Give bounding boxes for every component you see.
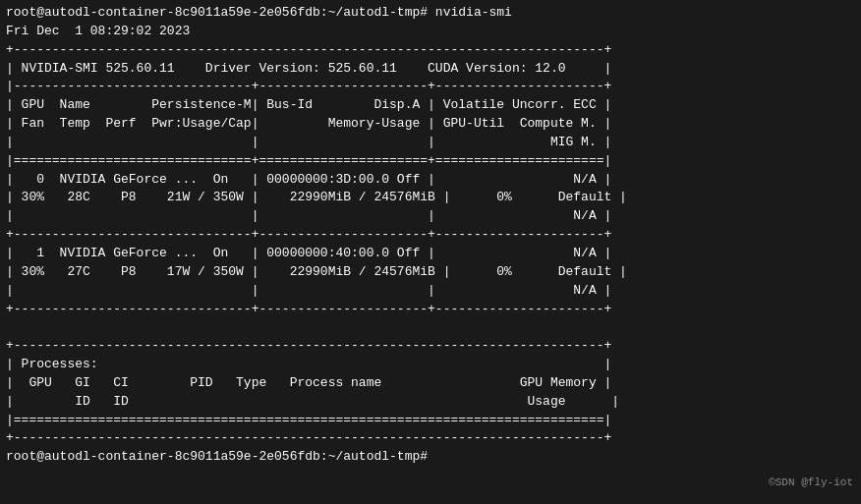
terminal-window: root@autodl-container-8c9011a59e-2e056fd… [0, 0, 861, 504]
terminal-line: +---------------------------------------… [6, 429, 855, 448]
terminal-line: | 30% 28C P8 21W / 350W | 22990MiB / 245… [6, 189, 855, 207]
terminal-line: |-------------------------------+-------… [6, 78, 855, 96]
watermark: ©SDN @fly-iot [769, 476, 853, 488]
terminal-line: | | | N/A | [6, 282, 855, 301]
terminal-line: | ID ID Usage | [6, 393, 855, 412]
terminal-line: | 30% 27C P8 17W / 350W | 22990MiB / 245… [6, 263, 855, 282]
terminal-line: | 0 NVIDIA GeForce ... On | 00000000:3D:… [6, 171, 855, 190]
terminal-line: | Fan Temp Perf Pwr:Usage/Cap| Memory-Us… [6, 115, 855, 134]
terminal-line: |=======================================… [6, 412, 855, 430]
terminal-line: root@autodl-container-8c9011a59e-2e056fd… [6, 4, 855, 23]
terminal-line: | NVIDIA-SMI 525.60.11 Driver Version: 5… [6, 60, 855, 79]
terminal-line: +-------------------------------+-------… [6, 226, 855, 245]
terminal-line: | GPU GI CI PID Type Process name GPU Me… [6, 374, 855, 393]
terminal-line: +---------------------------------------… [6, 41, 855, 60]
terminal-line [6, 318, 855, 337]
terminal-line: |===============================+=======… [6, 152, 855, 171]
terminal-line: | 1 NVIDIA GeForce ... On | 00000000:40:… [6, 245, 855, 263]
terminal-line: | | | MIG M. | [6, 134, 855, 152]
terminal-line: | Processes: | [6, 356, 855, 374]
terminal-line: | | | N/A | [6, 207, 855, 226]
terminal-line: +-------------------------------+-------… [6, 301, 855, 319]
terminal-output: root@autodl-container-8c9011a59e-2e056fd… [6, 4, 855, 467]
terminal-line: Fri Dec 1 08:29:02 2023 [6, 23, 855, 41]
terminal-line: | GPU Name Persistence-M| Bus-Id Disp.A … [6, 96, 855, 115]
terminal-line: +---------------------------------------… [6, 337, 855, 356]
terminal-line: root@autodl-container-8c9011a59e-2e056fd… [6, 448, 855, 467]
